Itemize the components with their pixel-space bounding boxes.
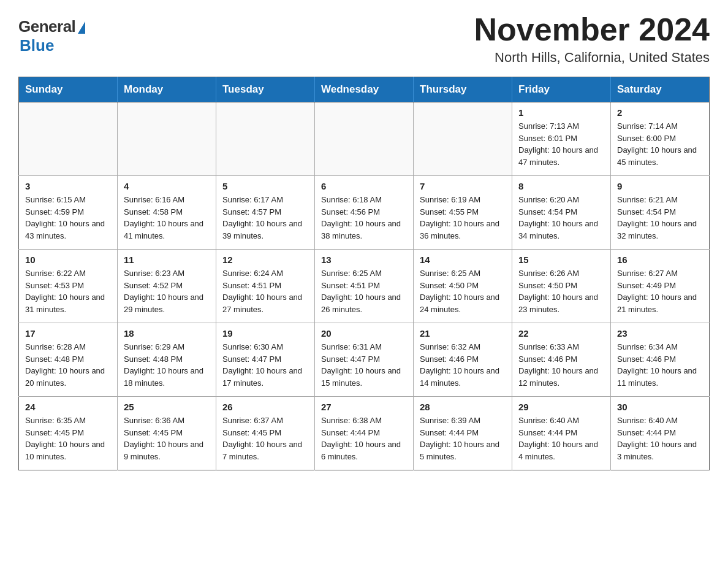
day-number: 8 — [518, 181, 604, 191]
day-number: 30 — [617, 402, 703, 412]
day-number: 23 — [617, 328, 703, 339]
day-number: 2 — [617, 107, 703, 118]
calendar-cell-w3-d1: 11Sunrise: 6:23 AMSunset: 4:52 PMDayligh… — [118, 250, 216, 323]
day-info: Sunrise: 6:36 AMSunset: 4:45 PMDaylight:… — [124, 415, 210, 462]
calendar-cell-w4-d1: 18Sunrise: 6:29 AMSunset: 4:48 PMDayligh… — [118, 323, 216, 397]
day-number: 14 — [420, 255, 506, 265]
calendar-cell-w1-d6: 2Sunrise: 7:14 AMSunset: 6:00 PMDaylight… — [611, 102, 710, 176]
calendar-cell-w1-d3 — [315, 102, 414, 176]
day-number: 3 — [25, 181, 111, 191]
day-number: 18 — [124, 328, 210, 339]
calendar-cell-w3-d3: 13Sunrise: 6:25 AMSunset: 4:51 PMDayligh… — [315, 250, 414, 323]
day-info: Sunrise: 6:40 AMSunset: 4:44 PMDaylight:… — [617, 415, 703, 462]
day-number: 29 — [518, 402, 604, 412]
day-info: Sunrise: 6:31 AMSunset: 4:47 PMDaylight:… — [321, 341, 407, 389]
day-info: Sunrise: 6:30 AMSunset: 4:47 PMDaylight:… — [222, 341, 308, 389]
day-info: Sunrise: 6:20 AMSunset: 4:54 PMDaylight:… — [518, 194, 604, 242]
calendar-cell-w5-d0: 24Sunrise: 6:35 AMSunset: 4:45 PMDayligh… — [19, 397, 118, 470]
day-number: 10 — [25, 255, 111, 265]
day-number: 28 — [420, 402, 506, 412]
day-number: 16 — [617, 255, 703, 265]
day-number: 26 — [222, 402, 308, 412]
calendar-cell-w4-d0: 17Sunrise: 6:28 AMSunset: 4:48 PMDayligh… — [19, 323, 118, 397]
calendar-cell-w1-d0 — [19, 102, 118, 176]
day-number: 12 — [222, 255, 308, 265]
calendar-cell-w3-d6: 16Sunrise: 6:27 AMSunset: 4:49 PMDayligh… — [611, 250, 710, 323]
calendar-cell-w4-d6: 23Sunrise: 6:34 AMSunset: 4:46 PMDayligh… — [611, 323, 710, 397]
calendar-cell-w4-d2: 19Sunrise: 6:30 AMSunset: 4:47 PMDayligh… — [216, 323, 315, 397]
calendar-cell-w5-d4: 28Sunrise: 6:39 AMSunset: 4:44 PMDayligh… — [414, 397, 512, 470]
day-info: Sunrise: 6:34 AMSunset: 4:46 PMDaylight:… — [617, 341, 703, 389]
logo: General Blue — [18, 17, 85, 55]
calendar-cell-w2-d0: 3Sunrise: 6:15 AMSunset: 4:59 PMDaylight… — [19, 176, 118, 250]
day-number: 20 — [321, 328, 407, 339]
calendar-cell-w2-d1: 4Sunrise: 6:16 AMSunset: 4:58 PMDaylight… — [118, 176, 216, 250]
day-number: 17 — [25, 328, 111, 339]
calendar-body: 1Sunrise: 7:13 AMSunset: 6:01 PMDaylight… — [19, 102, 710, 470]
calendar-cell-w4-d4: 21Sunrise: 6:32 AMSunset: 4:46 PMDayligh… — [414, 323, 512, 397]
weekday-friday: Friday — [512, 77, 611, 102]
calendar-cell-w1-d5: 1Sunrise: 7:13 AMSunset: 6:01 PMDaylight… — [512, 102, 611, 176]
day-number: 19 — [222, 328, 308, 339]
day-info: Sunrise: 6:28 AMSunset: 4:48 PMDaylight:… — [25, 341, 111, 389]
day-info: Sunrise: 6:37 AMSunset: 4:45 PMDaylight:… — [222, 415, 308, 462]
weekday-sunday: Sunday — [19, 77, 118, 102]
day-info: Sunrise: 6:15 AMSunset: 4:59 PMDaylight:… — [25, 194, 111, 242]
calendar-cell-w1-d1 — [118, 102, 216, 176]
day-number: 13 — [321, 255, 407, 265]
day-info: Sunrise: 6:40 AMSunset: 4:44 PMDaylight:… — [518, 415, 604, 462]
day-number: 9 — [617, 181, 703, 191]
page-header: General Blue November 2024 North Hills, … — [18, 12, 710, 66]
calendar-cell-w5-d3: 27Sunrise: 6:38 AMSunset: 4:44 PMDayligh… — [315, 397, 414, 470]
calendar-header: SundayMondayTuesdayWednesdayThursdayFrid… — [19, 77, 710, 102]
day-info: Sunrise: 6:35 AMSunset: 4:45 PMDaylight:… — [25, 415, 111, 462]
week-row-3: 10Sunrise: 6:22 AMSunset: 4:53 PMDayligh… — [19, 250, 710, 323]
day-info: Sunrise: 6:16 AMSunset: 4:58 PMDaylight:… — [124, 194, 210, 242]
calendar-cell-w2-d3: 6Sunrise: 6:18 AMSunset: 4:56 PMDaylight… — [315, 176, 414, 250]
calendar-cell-w4-d3: 20Sunrise: 6:31 AMSunset: 4:47 PMDayligh… — [315, 323, 414, 397]
day-number: 24 — [25, 402, 111, 412]
calendar-cell-w4-d5: 22Sunrise: 6:33 AMSunset: 4:46 PMDayligh… — [512, 323, 611, 397]
day-number: 6 — [321, 181, 407, 191]
day-number: 1 — [518, 107, 604, 118]
day-info: Sunrise: 6:26 AMSunset: 4:50 PMDaylight:… — [518, 267, 604, 315]
logo-triangle-icon — [78, 21, 85, 34]
logo-blue-text: Blue — [20, 36, 54, 55]
day-number: 7 — [420, 181, 506, 191]
calendar-cell-w3-d2: 12Sunrise: 6:24 AMSunset: 4:51 PMDayligh… — [216, 250, 315, 323]
day-number: 11 — [124, 255, 210, 265]
weekday-tuesday: Tuesday — [216, 77, 315, 102]
weekday-header-row: SundayMondayTuesdayWednesdayThursdayFrid… — [19, 77, 710, 102]
week-row-2: 3Sunrise: 6:15 AMSunset: 4:59 PMDaylight… — [19, 176, 710, 250]
day-number: 22 — [518, 328, 604, 339]
day-info: Sunrise: 6:32 AMSunset: 4:46 PMDaylight:… — [420, 341, 506, 389]
day-info: Sunrise: 6:25 AMSunset: 4:50 PMDaylight:… — [420, 267, 506, 315]
day-info: Sunrise: 6:25 AMSunset: 4:51 PMDaylight:… — [321, 267, 407, 315]
calendar-cell-w3-d5: 15Sunrise: 6:26 AMSunset: 4:50 PMDayligh… — [512, 250, 611, 323]
day-info: Sunrise: 6:27 AMSunset: 4:49 PMDaylight:… — [617, 267, 703, 315]
day-info: Sunrise: 6:22 AMSunset: 4:53 PMDaylight:… — [25, 267, 111, 315]
day-info: Sunrise: 6:17 AMSunset: 4:57 PMDaylight:… — [222, 194, 308, 242]
day-info: Sunrise: 6:38 AMSunset: 4:44 PMDaylight:… — [321, 415, 407, 462]
day-number: 5 — [222, 181, 308, 191]
day-number: 4 — [124, 181, 210, 191]
day-number: 25 — [124, 402, 210, 412]
calendar-cell-w5-d5: 29Sunrise: 6:40 AMSunset: 4:44 PMDayligh… — [512, 397, 611, 470]
day-info: Sunrise: 6:33 AMSunset: 4:46 PMDaylight:… — [518, 341, 604, 389]
logo-general-text: General — [18, 17, 75, 36]
week-row-5: 24Sunrise: 6:35 AMSunset: 4:45 PMDayligh… — [19, 397, 710, 470]
day-info: Sunrise: 6:21 AMSunset: 4:54 PMDaylight:… — [617, 194, 703, 242]
calendar-cell-w5-d6: 30Sunrise: 6:40 AMSunset: 4:44 PMDayligh… — [611, 397, 710, 470]
day-info: Sunrise: 7:13 AMSunset: 6:01 PMDaylight:… — [518, 120, 604, 168]
weekday-thursday: Thursday — [414, 77, 512, 102]
day-info: Sunrise: 7:14 AMSunset: 6:00 PMDaylight:… — [617, 120, 703, 168]
day-info: Sunrise: 6:39 AMSunset: 4:44 PMDaylight:… — [420, 415, 506, 462]
calendar-cell-w1-d4 — [414, 102, 512, 176]
month-title: November 2024 — [474, 12, 710, 47]
day-number: 21 — [420, 328, 506, 339]
week-row-1: 1Sunrise: 7:13 AMSunset: 6:01 PMDaylight… — [19, 102, 710, 176]
weekday-monday: Monday — [118, 77, 216, 102]
day-number: 15 — [518, 255, 604, 265]
day-number: 27 — [321, 402, 407, 412]
calendar-cell-w2-d4: 7Sunrise: 6:19 AMSunset: 4:55 PMDaylight… — [414, 176, 512, 250]
